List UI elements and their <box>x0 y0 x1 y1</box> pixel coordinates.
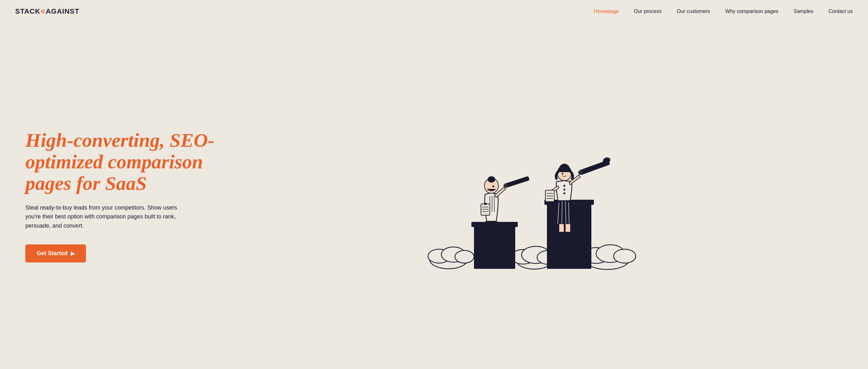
logo[interactable]: STACK < AGAINST <box>15 7 79 16</box>
nav-link-contact[interactable]: Contact us <box>829 8 853 14</box>
logo-text-after: AGAINST <box>46 7 79 15</box>
svg-rect-27 <box>484 203 487 205</box>
hero-section: High-converting, SEO-optimized compariso… <box>0 23 868 369</box>
svg-point-41 <box>562 232 574 236</box>
navbar: STACK < AGAINST Homepage Our process Our… <box>0 0 868 23</box>
nav-item-samples[interactable]: Samples <box>794 8 813 14</box>
nav-item-contact[interactable]: Contact us <box>829 8 853 14</box>
hero-illustration-svg <box>423 101 645 291</box>
svg-point-3 <box>455 250 474 263</box>
nav-item-homepage[interactable]: Homepage <box>594 8 619 14</box>
nav-link-customers[interactable]: Our customers <box>677 8 710 14</box>
svg-point-37 <box>563 193 565 194</box>
svg-point-22 <box>488 176 495 182</box>
nav-item-customers[interactable]: Our customers <box>677 8 710 14</box>
logo-arrow-icon: < <box>41 7 45 16</box>
svg-point-23 <box>492 186 494 187</box>
logo-text-before: STACK <box>15 7 40 15</box>
cta-label: Get Started <box>37 250 68 257</box>
hero-subtitle: Steal ready-to-buy leads from your compe… <box>25 203 184 231</box>
nav-item-why-comparison[interactable]: Why comparison pages <box>725 8 778 14</box>
svg-line-32 <box>562 201 562 224</box>
svg-point-19 <box>481 236 491 240</box>
hero-title: High-converting, SEO-optimized compariso… <box>25 129 216 194</box>
svg-point-7 <box>614 249 636 263</box>
cta-arrow-icon: ▶ <box>71 250 74 257</box>
nav-link-homepage[interactable]: Homepage <box>594 8 619 14</box>
nav-item-process[interactable]: Our process <box>634 8 661 14</box>
svg-point-43 <box>562 173 563 175</box>
hero-illustration <box>216 101 853 291</box>
svg-point-36 <box>563 189 565 191</box>
nav-link-samples[interactable]: Samples <box>794 8 813 14</box>
svg-rect-24 <box>504 176 529 188</box>
nav-link-process[interactable]: Our process <box>634 8 661 14</box>
svg-point-35 <box>563 185 565 187</box>
get-started-button[interactable]: Get Started ▶ <box>25 244 86 263</box>
svg-point-20 <box>492 236 502 240</box>
svg-rect-26 <box>481 204 490 215</box>
nav-links: Homepage Our process Our customers Why c… <box>594 8 853 14</box>
nav-link-why-comparison[interactable]: Why comparison pages <box>725 8 778 14</box>
hero-content: High-converting, SEO-optimized compariso… <box>25 129 216 263</box>
